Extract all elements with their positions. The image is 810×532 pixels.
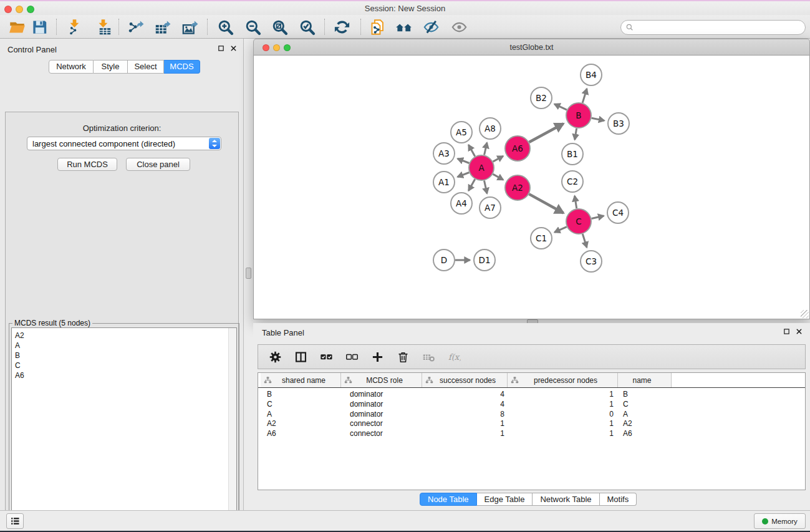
float-panel-icon[interactable]: [218, 45, 224, 52]
graph-edge-B-B3[interactable]: [592, 118, 605, 120]
new-network-from-selection-icon[interactable]: [368, 17, 387, 36]
graph-edge-A2-C[interactable]: [529, 194, 563, 213]
import-table-icon[interactable]: [94, 17, 113, 36]
optimization-criterion-select[interactable]: largest connected component (directed): [27, 137, 221, 150]
table-row-B[interactable]: Bdominator41B: [258, 389, 805, 399]
cell-shared-name[interactable]: A: [261, 409, 341, 419]
cell-successor-nodes[interactable]: 1: [422, 418, 508, 428]
cell-predecessor-nodes[interactable]: 1: [508, 418, 618, 428]
result-list-scrollbar[interactable]: [228, 328, 236, 532]
vertical-split-handle[interactable]: [246, 268, 251, 279]
table-row-A6[interactable]: A6connector11A6: [258, 428, 805, 438]
graph-edge-B-B2[interactable]: [554, 104, 567, 110]
graph-edge-B-B1[interactable]: [575, 128, 577, 140]
memory-button[interactable]: Memory: [754, 513, 806, 529]
graph-edge-A-A1[interactable]: [458, 173, 470, 177]
close-panel-button[interactable]: Close panel: [126, 158, 190, 171]
cell-successor-nodes[interactable]: 4: [422, 389, 508, 399]
cell-successor-nodes[interactable]: 8: [422, 409, 508, 419]
graph-edge-A-A4[interactable]: [468, 179, 475, 190]
zoom-in-icon[interactable]: [216, 17, 234, 36]
close-table-panel-icon[interactable]: [796, 328, 803, 335]
graph-edge-A6-B[interactable]: [529, 123, 563, 142]
cell-predecessor-nodes[interactable]: 0: [508, 409, 618, 419]
import-network-icon[interactable]: [65, 17, 84, 36]
tab-style[interactable]: Style: [94, 60, 128, 74]
cell-name[interactable]: C: [618, 399, 672, 409]
cell-name[interactable]: B: [618, 389, 672, 399]
cell-shared-name[interactable]: C: [261, 399, 341, 409]
zoom-selected-icon[interactable]: [297, 17, 316, 36]
cell-shared-name[interactable]: A2: [261, 418, 341, 428]
export-image-icon[interactable]: [180, 17, 199, 36]
cell-MCDS-role[interactable]: dominator: [341, 389, 422, 399]
zoom-out-icon[interactable]: [243, 17, 262, 36]
graph-edge-A-A5[interactable]: [468, 145, 475, 156]
tab-network[interactable]: Network: [49, 60, 94, 74]
export-network-icon[interactable]: [126, 17, 145, 36]
column-header-name[interactable]: name: [618, 373, 672, 387]
cell-name[interactable]: A6: [618, 428, 672, 438]
search-box[interactable]: [620, 20, 806, 35]
table-row-A2[interactable]: A2connector11A2: [258, 418, 805, 428]
column-header-shared-name[interactable]: shared name: [261, 373, 341, 387]
column-header-successor-nodes[interactable]: successor nodes: [422, 373, 508, 387]
close-panel-icon[interactable]: [230, 45, 237, 52]
cell-predecessor-nodes[interactable]: 1: [508, 389, 618, 399]
first-neighbors-icon[interactable]: [394, 17, 413, 36]
hide-selected-icon[interactable]: [422, 17, 440, 36]
graph-edge-B-B4[interactable]: [582, 89, 587, 103]
run-mcds-button[interactable]: Run MCDS: [57, 158, 117, 171]
column-header-MCDS-role[interactable]: MCDS role: [341, 373, 422, 387]
graph-edge-A-A7[interactable]: [484, 181, 487, 194]
export-table-icon[interactable]: [153, 17, 171, 36]
search-input[interactable]: [636, 21, 802, 34]
network-window-titlebar[interactable]: testGlobe.txt: [253, 39, 810, 56]
table-settings-icon[interactable]: [267, 349, 283, 365]
graph-edge-A-A3[interactable]: [458, 158, 470, 163]
cell-MCDS-role[interactable]: dominator: [341, 399, 422, 409]
save-session-icon[interactable]: [30, 17, 49, 36]
cell-shared-name[interactable]: B: [261, 389, 341, 399]
refresh-layout-icon[interactable]: [332, 17, 351, 36]
show-panels-button[interactable]: [6, 513, 24, 529]
window-resize-grip[interactable]: [801, 310, 809, 318]
tab-edge-table[interactable]: Edge Table: [477, 493, 533, 506]
graph-edge-C-C1[interactable]: [554, 227, 567, 233]
tab-select[interactable]: Select: [128, 60, 164, 74]
tab-network-table[interactable]: Network Table: [533, 493, 599, 506]
create-column-icon[interactable]: [369, 349, 385, 365]
cell-MCDS-role[interactable]: connector: [341, 428, 422, 438]
graph-edge-C-C3[interactable]: [582, 234, 587, 248]
open-file-icon[interactable]: [7, 17, 26, 36]
zoom-fit-icon[interactable]: [270, 17, 289, 36]
graph-edge-C-C4[interactable]: [591, 216, 604, 218]
cell-predecessor-nodes[interactable]: 1: [508, 428, 618, 438]
cell-successor-nodes[interactable]: 1: [422, 428, 508, 438]
graph-edge-A-A8[interactable]: [485, 143, 487, 155]
graph-edge-A-A2[interactable]: [493, 174, 503, 180]
show-all-icon[interactable]: [450, 17, 468, 36]
table-row-C[interactable]: Cdominator41C: [258, 399, 805, 409]
float-table-panel-icon[interactable]: [783, 328, 790, 335]
cell-name[interactable]: A2: [618, 418, 672, 428]
select-all-columns-icon[interactable]: [318, 349, 334, 365]
column-header-predecessor-nodes[interactable]: predecessor nodes: [508, 373, 618, 387]
deselect-all-columns-icon[interactable]: [344, 349, 360, 365]
mcds-result-list[interactable]: A2ABCA6: [11, 327, 237, 532]
cell-shared-name[interactable]: A6: [261, 428, 341, 438]
cell-successor-nodes[interactable]: 4: [422, 399, 508, 409]
tab-node-table[interactable]: Node Table: [420, 493, 477, 506]
cell-predecessor-nodes[interactable]: 1: [508, 399, 618, 409]
tab-motifs[interactable]: Motifs: [600, 493, 637, 506]
network-canvas[interactable]: AA1A2A3A4A5A6A7A8BB1B2B3B4CC1C2C3C4DD1: [253, 56, 810, 319]
show-columns-icon[interactable]: [292, 349, 309, 365]
cell-MCDS-role[interactable]: connector: [341, 418, 422, 428]
tab-mcds[interactable]: MCDS: [164, 60, 200, 74]
graph-edge-C-C2[interactable]: [575, 196, 577, 208]
cell-MCDS-role[interactable]: dominator: [341, 409, 422, 419]
cell-name[interactable]: A: [618, 409, 672, 419]
graph-edge-A-A6[interactable]: [493, 156, 503, 162]
table-row-A[interactable]: Adominator80A: [258, 409, 805, 419]
delete-columns-icon[interactable]: [395, 349, 411, 365]
